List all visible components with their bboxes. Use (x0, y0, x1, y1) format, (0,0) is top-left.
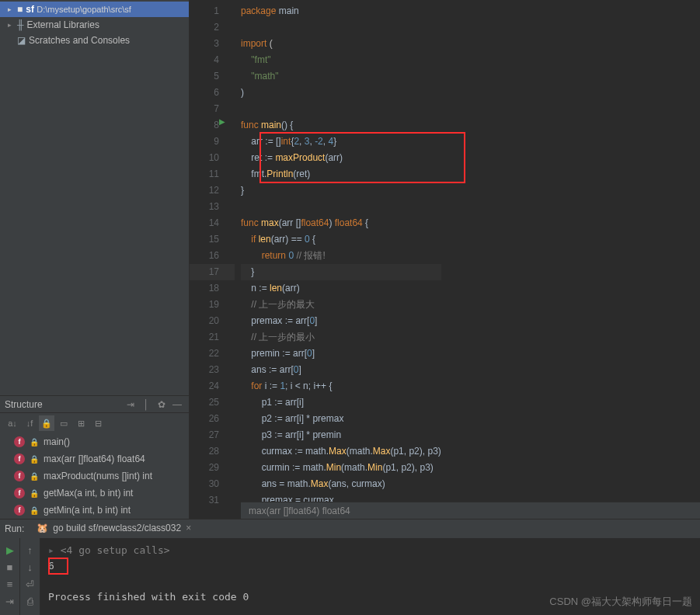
layout-icon[interactable]: ≡ (0, 575, 19, 592)
structure-function[interactable]: f🔒getMax(a int, b int) int (0, 485, 189, 502)
function-icon: f (14, 471, 25, 481)
run-tab-label: go build sf/newclass2/class032 (53, 523, 181, 533)
scratches-label: Scratches and Consoles (29, 35, 130, 46)
function-name: maxProduct(nums []int) int (44, 471, 152, 481)
console-output: 6 (48, 558, 692, 574)
collapse-all-icon[interactable]: ⇥ (124, 398, 138, 412)
lock-icon: 🔒 (30, 438, 39, 446)
go-icon: 🐹 (37, 523, 48, 533)
gutter: 1234567891011121314151617181920212223242… (190, 0, 235, 519)
up-icon[interactable]: ↑ (20, 541, 40, 558)
scratches[interactable]: ◪ Scratches and Consoles (0, 33, 189, 48)
collapse-icon[interactable]: ⊟ (90, 415, 106, 431)
lock-icon[interactable]: 🔒 (39, 415, 54, 431)
project-tree: ▸ ■ sf D:\mysetup\gopath\src\sf ▸ ╫ Exte… (0, 0, 189, 48)
function-name: main() (44, 436, 70, 447)
external-libs-label: External Libraries (27, 19, 99, 30)
function-icon: f (14, 505, 25, 516)
structure-function[interactable]: f🔒max(arr []float64) float64 (0, 450, 189, 467)
function-icon: f (14, 436, 25, 447)
lock-icon: 🔒 (30, 489, 39, 498)
wrap-icon[interactable]: ⏎ (20, 575, 40, 592)
structure-title: Structure (5, 399, 43, 410)
run-tools-left: ▶ ■ ≡ ⇥ (0, 538, 20, 615)
folder-icon: ■ (17, 4, 23, 15)
external-libraries[interactable]: ▸ ╫ External Libraries (0, 17, 189, 33)
rerun-icon[interactable]: ▶ (0, 541, 19, 558)
function-name: max(arr []float64) float64 (44, 453, 145, 464)
project-path: D:\mysetup\gopath\src\sf (37, 5, 131, 14)
chevron-right-icon: ▸ (5, 21, 14, 29)
code-area[interactable]: package main import ( "fmt" "math") func… (241, 3, 441, 509)
divider-icon: │ (139, 398, 153, 412)
watermark: CSDN @福大大架构师每日一题 (549, 595, 692, 609)
expand-icon[interactable]: ⊞ (73, 415, 89, 431)
sort-visibility-icon[interactable]: ↓f (22, 415, 37, 431)
run-tab[interactable]: 🐹 go build sf/newclass2/class032 × (30, 521, 197, 537)
scratches-icon: ◪ (17, 35, 26, 46)
breadcrumb[interactable]: max(arr []float64) float64 (241, 502, 700, 519)
sort-alpha-icon[interactable]: a↓ (5, 415, 20, 431)
run-icon[interactable]: ▶ (219, 117, 225, 126)
structure-toolbar: a↓ ↓f 🔒 ▭ ⊞ ⊟ (0, 413, 189, 433)
gear-icon[interactable]: ✿ (155, 398, 169, 412)
lock-icon: 🔒 (30, 455, 39, 464)
highlight-box2 (48, 558, 68, 575)
close-icon[interactable]: × (186, 523, 191, 533)
structure-function[interactable]: f🔒main() (0, 433, 189, 450)
show-fields-icon[interactable]: ▭ (56, 415, 71, 431)
function-name: getMax(a int, b int) int (44, 488, 133, 499)
lock-icon: 🔒 (30, 472, 39, 481)
project-root[interactable]: ▸ ■ sf D:\mysetup\gopath\src\sf (0, 2, 189, 17)
function-name: getMin(a int, b int) int (44, 505, 131, 516)
run-tools-right: ↑ ↓ ⏎ ⎙ (20, 538, 40, 615)
highlight-box (259, 132, 465, 183)
structure-function[interactable]: f🔒maxProduct(nums []int) int (0, 467, 189, 485)
setup-calls: <4 go setup calls> (61, 544, 170, 556)
down-icon[interactable]: ↓ (20, 558, 40, 575)
run-label: Run: (5, 523, 24, 534)
stop-icon[interactable]: ■ (0, 558, 19, 575)
project-name: sf (26, 4, 34, 15)
hide-icon[interactable]: — (170, 398, 184, 412)
function-icon: f (14, 453, 25, 464)
print-icon[interactable]: ⎙ (20, 592, 40, 610)
structure-panel: Structure ⇥ │ ✿ — a↓ ↓f 🔒 ▭ ⊞ ⊟ f🔒main()… (0, 395, 189, 519)
pin-icon[interactable]: ⇥ (0, 592, 19, 610)
chevron-right-icon: ▸ (5, 5, 14, 13)
lock-icon: 🔒 (30, 506, 39, 515)
structure-function[interactable]: f🔒getMin(a int, b int) int (0, 502, 189, 519)
function-icon: f (14, 488, 25, 499)
editor[interactable]: 1234567891011121314151617181920212223242… (190, 0, 700, 519)
sidebar: ▸ ■ sf D:\mysetup\gopath\src\sf ▸ ╫ Exte… (0, 0, 190, 519)
library-icon: ╫ (17, 19, 24, 30)
